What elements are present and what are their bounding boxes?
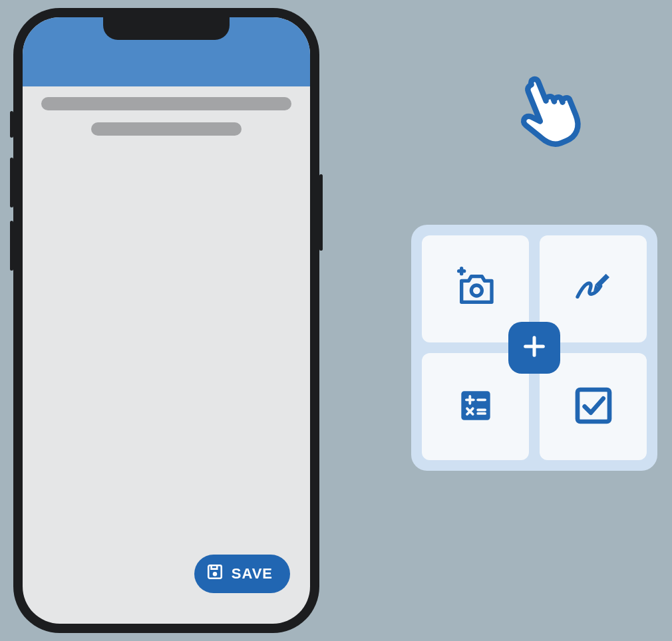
- save-icon: [206, 563, 224, 584]
- phone-volume-up: [10, 158, 13, 207]
- phone-frame: SAVE: [13, 8, 319, 633]
- phone-mute-switch: [10, 111, 13, 138]
- phone-screen: SAVE: [23, 17, 310, 624]
- phone-volume-down: [10, 221, 13, 271]
- hand-pointer-icon: [506, 60, 599, 153]
- svg-rect-11: [578, 390, 609, 422]
- svg-point-1: [212, 572, 217, 577]
- skeleton-line: [91, 122, 242, 136]
- save-button[interactable]: SAVE: [194, 555, 290, 593]
- svg-rect-3: [461, 391, 490, 420]
- phone-notch: [103, 17, 230, 40]
- signature-icon: [572, 267, 615, 312]
- add-photo-icon: [454, 267, 497, 312]
- phone-power-button: [319, 174, 323, 251]
- action-grid: [411, 225, 657, 471]
- save-button-label: SAVE: [232, 565, 273, 582]
- checkbox-icon: [572, 384, 615, 430]
- svg-point-2: [471, 285, 482, 296]
- content-placeholder: [41, 97, 291, 148]
- plus-icon: [521, 333, 548, 362]
- add-button[interactable]: [508, 322, 560, 374]
- calculator-icon: [458, 388, 493, 426]
- skeleton-line: [41, 97, 291, 110]
